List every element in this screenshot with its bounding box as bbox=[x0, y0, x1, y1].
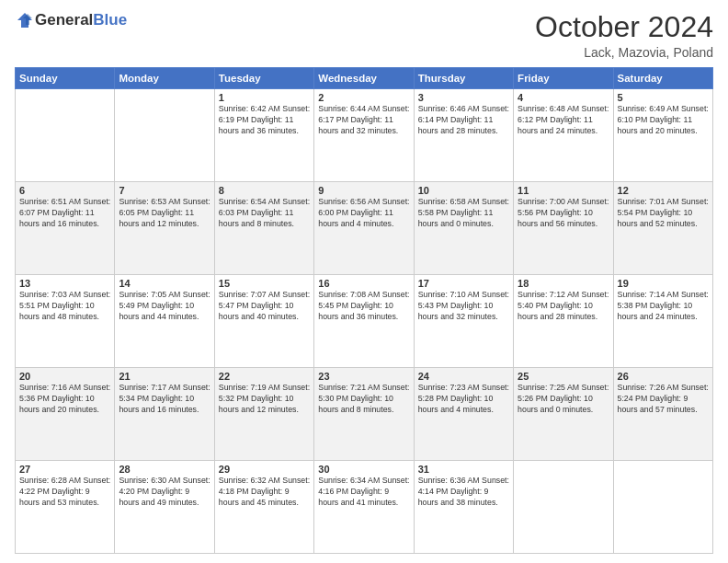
calendar-cell: 15Sunrise: 7:07 AM Sunset: 5:47 PM Dayli… bbox=[214, 275, 313, 368]
day-info: Sunrise: 7:16 AM Sunset: 5:36 PM Dayligh… bbox=[19, 383, 110, 416]
month-title: October 2024 bbox=[535, 11, 713, 43]
day-info: Sunrise: 6:49 AM Sunset: 6:10 PM Dayligh… bbox=[618, 104, 709, 137]
logo-icon bbox=[17, 12, 33, 29]
day-number: 5 bbox=[618, 92, 709, 103]
calendar-cell: 28Sunrise: 6:30 AM Sunset: 4:20 PM Dayli… bbox=[115, 461, 214, 554]
day-info: Sunrise: 7:03 AM Sunset: 5:51 PM Dayligh… bbox=[19, 290, 110, 323]
day-number: 9 bbox=[318, 185, 409, 196]
day-info: Sunrise: 6:34 AM Sunset: 4:16 PM Dayligh… bbox=[318, 476, 409, 509]
day-info: Sunrise: 6:28 AM Sunset: 4:22 PM Dayligh… bbox=[19, 476, 110, 509]
day-number: 13 bbox=[19, 278, 110, 289]
day-number: 18 bbox=[518, 278, 609, 289]
weekday-header-cell: Tuesday bbox=[214, 68, 313, 89]
calendar-week-row: 27Sunrise: 6:28 AM Sunset: 4:22 PM Dayli… bbox=[16, 461, 713, 554]
day-number: 1 bbox=[219, 92, 310, 103]
calendar-cell: 13Sunrise: 7:03 AM Sunset: 5:51 PM Dayli… bbox=[16, 275, 115, 368]
day-number: 22 bbox=[219, 371, 310, 382]
calendar-cell: 18Sunrise: 7:12 AM Sunset: 5:40 PM Dayli… bbox=[514, 275, 613, 368]
day-number: 7 bbox=[119, 185, 210, 196]
calendar-cell: 1Sunrise: 6:42 AM Sunset: 6:19 PM Daylig… bbox=[214, 89, 313, 182]
calendar-cell: 25Sunrise: 7:25 AM Sunset: 5:26 PM Dayli… bbox=[514, 368, 613, 461]
page: GeneralBlue October 2024 Lack, Mazovia, … bbox=[0, 0, 728, 563]
day-number: 11 bbox=[518, 185, 609, 196]
location-title: Lack, Mazovia, Poland bbox=[535, 45, 713, 60]
calendar-cell: 31Sunrise: 6:36 AM Sunset: 4:14 PM Dayli… bbox=[414, 461, 513, 554]
day-info: Sunrise: 6:56 AM Sunset: 6:00 PM Dayligh… bbox=[318, 197, 409, 230]
logo-general: General bbox=[35, 11, 93, 29]
weekday-header-cell: Monday bbox=[115, 68, 214, 89]
day-info: Sunrise: 6:58 AM Sunset: 5:58 PM Dayligh… bbox=[418, 197, 509, 230]
calendar-cell: 20Sunrise: 7:16 AM Sunset: 5:36 PM Dayli… bbox=[16, 368, 115, 461]
day-number: 15 bbox=[219, 278, 310, 289]
calendar-cell: 27Sunrise: 6:28 AM Sunset: 4:22 PM Dayli… bbox=[16, 461, 115, 554]
calendar-cell: 14Sunrise: 7:05 AM Sunset: 5:49 PM Dayli… bbox=[115, 275, 214, 368]
calendar-week-row: 20Sunrise: 7:16 AM Sunset: 5:36 PM Dayli… bbox=[16, 368, 713, 461]
calendar-cell: 12Sunrise: 7:01 AM Sunset: 5:54 PM Dayli… bbox=[613, 182, 712, 275]
day-info: Sunrise: 6:44 AM Sunset: 6:17 PM Dayligh… bbox=[318, 104, 409, 137]
calendar-cell: 29Sunrise: 6:32 AM Sunset: 4:18 PM Dayli… bbox=[214, 461, 313, 554]
day-number: 2 bbox=[318, 92, 409, 103]
day-number: 29 bbox=[219, 464, 310, 475]
calendar-cell: 30Sunrise: 6:34 AM Sunset: 4:16 PM Dayli… bbox=[314, 461, 414, 554]
day-number: 23 bbox=[318, 371, 409, 382]
day-info: Sunrise: 7:23 AM Sunset: 5:28 PM Dayligh… bbox=[418, 383, 509, 416]
calendar-week-row: 6Sunrise: 6:51 AM Sunset: 6:07 PM Daylig… bbox=[16, 182, 713, 275]
calendar-cell bbox=[613, 461, 712, 554]
calendar-cell: 10Sunrise: 6:58 AM Sunset: 5:58 PM Dayli… bbox=[414, 182, 513, 275]
calendar-cell: 11Sunrise: 7:00 AM Sunset: 5:56 PM Dayli… bbox=[514, 182, 613, 275]
day-number: 25 bbox=[518, 371, 609, 382]
day-number: 16 bbox=[318, 278, 409, 289]
weekday-header-cell: Wednesday bbox=[314, 68, 414, 89]
day-number: 17 bbox=[418, 278, 509, 289]
calendar-cell: 7Sunrise: 6:53 AM Sunset: 6:05 PM Daylig… bbox=[115, 182, 214, 275]
calendar-cell: 5Sunrise: 6:49 AM Sunset: 6:10 PM Daylig… bbox=[613, 89, 712, 182]
calendar-cell: 16Sunrise: 7:08 AM Sunset: 5:45 PM Dayli… bbox=[314, 275, 414, 368]
day-info: Sunrise: 6:30 AM Sunset: 4:20 PM Dayligh… bbox=[119, 476, 210, 509]
weekday-header-cell: Friday bbox=[514, 68, 613, 89]
day-info: Sunrise: 6:32 AM Sunset: 4:18 PM Dayligh… bbox=[219, 476, 310, 509]
calendar-week-row: 13Sunrise: 7:03 AM Sunset: 5:51 PM Dayli… bbox=[16, 275, 713, 368]
day-info: Sunrise: 6:48 AM Sunset: 6:12 PM Dayligh… bbox=[518, 104, 609, 137]
calendar-cell: 2Sunrise: 6:44 AM Sunset: 6:17 PM Daylig… bbox=[314, 89, 414, 182]
day-number: 3 bbox=[418, 92, 509, 103]
day-info: Sunrise: 7:19 AM Sunset: 5:32 PM Dayligh… bbox=[219, 383, 310, 416]
calendar-cell: 22Sunrise: 7:19 AM Sunset: 5:32 PM Dayli… bbox=[214, 368, 313, 461]
calendar: SundayMondayTuesdayWednesdayThursdayFrid… bbox=[15, 67, 713, 554]
weekday-header-row: SundayMondayTuesdayWednesdayThursdayFrid… bbox=[16, 68, 713, 89]
calendar-cell: 3Sunrise: 6:46 AM Sunset: 6:14 PM Daylig… bbox=[414, 89, 513, 182]
calendar-cell: 21Sunrise: 7:17 AM Sunset: 5:34 PM Dayli… bbox=[115, 368, 214, 461]
day-info: Sunrise: 6:42 AM Sunset: 6:19 PM Dayligh… bbox=[219, 104, 310, 137]
day-info: Sunrise: 7:08 AM Sunset: 5:45 PM Dayligh… bbox=[318, 290, 409, 323]
logo-blue: Blue bbox=[93, 11, 127, 29]
day-info: Sunrise: 6:36 AM Sunset: 4:14 PM Dayligh… bbox=[418, 476, 509, 509]
day-number: 19 bbox=[618, 278, 709, 289]
calendar-cell: 8Sunrise: 6:54 AM Sunset: 6:03 PM Daylig… bbox=[214, 182, 313, 275]
calendar-body: 1Sunrise: 6:42 AM Sunset: 6:19 PM Daylig… bbox=[16, 89, 713, 554]
svg-marker-0 bbox=[17, 13, 32, 28]
day-info: Sunrise: 7:21 AM Sunset: 5:30 PM Dayligh… bbox=[318, 383, 409, 416]
calendar-cell: 17Sunrise: 7:10 AM Sunset: 5:43 PM Dayli… bbox=[414, 275, 513, 368]
day-number: 6 bbox=[19, 185, 110, 196]
title-block: October 2024 Lack, Mazovia, Poland bbox=[535, 11, 713, 60]
day-number: 26 bbox=[618, 371, 709, 382]
calendar-cell: 6Sunrise: 6:51 AM Sunset: 6:07 PM Daylig… bbox=[16, 182, 115, 275]
calendar-cell: 23Sunrise: 7:21 AM Sunset: 5:30 PM Dayli… bbox=[314, 368, 414, 461]
day-info: Sunrise: 7:00 AM Sunset: 5:56 PM Dayligh… bbox=[518, 197, 609, 230]
weekday-header-cell: Thursday bbox=[414, 68, 513, 89]
day-info: Sunrise: 7:10 AM Sunset: 5:43 PM Dayligh… bbox=[418, 290, 509, 323]
day-number: 14 bbox=[119, 278, 210, 289]
calendar-cell: 26Sunrise: 7:26 AM Sunset: 5:24 PM Dayli… bbox=[613, 368, 712, 461]
day-number: 24 bbox=[418, 371, 509, 382]
calendar-cell: 24Sunrise: 7:23 AM Sunset: 5:28 PM Dayli… bbox=[414, 368, 513, 461]
calendar-cell bbox=[16, 89, 115, 182]
calendar-cell: 9Sunrise: 6:56 AM Sunset: 6:00 PM Daylig… bbox=[314, 182, 414, 275]
day-info: Sunrise: 7:07 AM Sunset: 5:47 PM Dayligh… bbox=[219, 290, 310, 323]
day-info: Sunrise: 7:17 AM Sunset: 5:34 PM Dayligh… bbox=[119, 383, 210, 416]
day-info: Sunrise: 6:54 AM Sunset: 6:03 PM Dayligh… bbox=[219, 197, 310, 230]
day-number: 27 bbox=[19, 464, 110, 475]
day-number: 8 bbox=[219, 185, 310, 196]
logo: GeneralBlue bbox=[15, 11, 127, 29]
header: GeneralBlue October 2024 Lack, Mazovia, … bbox=[15, 11, 713, 60]
day-number: 10 bbox=[418, 185, 509, 196]
day-number: 4 bbox=[518, 92, 609, 103]
